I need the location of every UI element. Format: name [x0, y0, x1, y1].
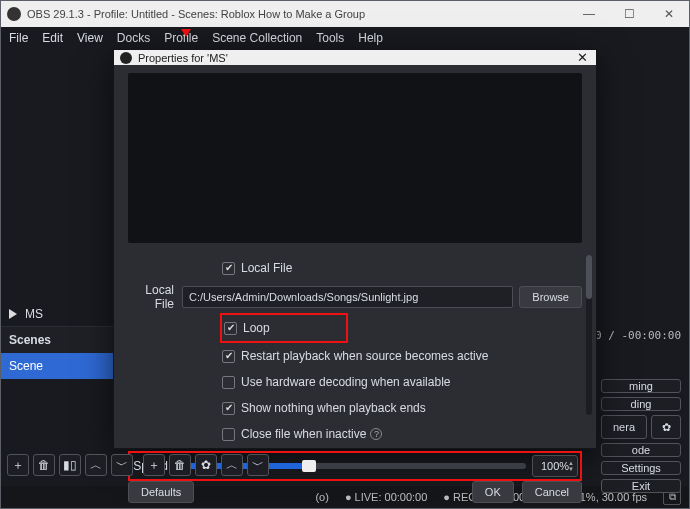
titlebar: OBS 29.1.3 - Profile: Untitled - Scenes:…: [1, 1, 689, 27]
local-file-checkbox[interactable]: [222, 262, 235, 275]
dialog-title: Properties for 'MS': [138, 52, 568, 64]
show-nothing-checkbox[interactable]: [222, 402, 235, 415]
defaults-button[interactable]: Defaults: [128, 481, 194, 503]
restart-playback-checkbox[interactable]: [222, 350, 235, 363]
scene-item-active[interactable]: Scene: [1, 353, 119, 379]
loop-checkbox-label: Loop: [243, 321, 270, 335]
menu-tools[interactable]: Tools: [316, 31, 344, 45]
show-nothing-label: Show nothing when playback ends: [241, 401, 426, 415]
sources-remove-button[interactable]: 🗑: [169, 454, 191, 476]
right-button-nera[interactable]: nera: [601, 415, 647, 439]
local-file-checkbox-label: Local File: [241, 261, 292, 275]
window-minimize-button[interactable]: —: [569, 1, 609, 27]
content-area: MS Scenes Scene 00:00:00 / -00:00:00 min…: [1, 49, 689, 486]
window-close-button[interactable]: ✕: [649, 1, 689, 27]
restart-playback-label: Restart playback when source becomes act…: [241, 349, 488, 363]
close-inactive-label: Close file when inactive: [241, 427, 366, 441]
local-file-path-input[interactable]: [182, 286, 513, 308]
settings-button[interactable]: Settings: [601, 461, 681, 475]
menu-docks[interactable]: Docks: [117, 31, 150, 45]
source-preview-name: MS: [25, 307, 43, 321]
menubar: File Edit View Docks Profile Scene Colle…: [1, 27, 689, 49]
speed-value-spinner[interactable]: 100% ▲▼: [532, 455, 578, 477]
speed-value: 100%: [541, 460, 569, 472]
scenes-panel-header: Scenes: [1, 327, 119, 353]
ok-button[interactable]: OK: [472, 481, 514, 503]
window-title: OBS 29.1.3 - Profile: Untitled - Scenes:…: [27, 8, 569, 20]
cancel-button[interactable]: Cancel: [522, 481, 582, 503]
menu-file[interactable]: File: [9, 31, 28, 45]
close-inactive-checkbox[interactable]: [222, 428, 235, 441]
menu-help[interactable]: Help: [358, 31, 383, 45]
right-button-ming[interactable]: ming: [601, 379, 681, 393]
app-logo-icon: [7, 7, 21, 21]
sources-properties-button[interactable]: ✿: [195, 454, 217, 476]
source-preview-row[interactable]: MS: [1, 301, 119, 327]
sources-up-button[interactable]: ︿: [221, 454, 243, 476]
scenes-down-button[interactable]: ﹀: [111, 454, 133, 476]
exit-button[interactable]: Exit: [601, 479, 681, 493]
sources-down-button[interactable]: ﹀: [247, 454, 269, 476]
menu-scene-collection[interactable]: Scene Collection: [212, 31, 302, 45]
sources-add-button[interactable]: ＋: [143, 454, 165, 476]
right-button-ding[interactable]: ding: [601, 397, 681, 411]
properties-dialog: Properties for 'MS' ✕ Local File Local F…: [113, 49, 597, 449]
scenes-remove-button[interactable]: 🗑: [33, 454, 55, 476]
dialog-logo-icon: [120, 52, 132, 64]
speed-slider-thumb[interactable]: [302, 460, 316, 472]
right-button-gear[interactable]: ✿: [651, 415, 681, 439]
menu-edit[interactable]: Edit: [42, 31, 63, 45]
hardware-decoding-label: Use hardware decoding when available: [241, 375, 450, 389]
scenes-add-button[interactable]: ＋: [7, 454, 29, 476]
browse-button[interactable]: Browse: [519, 286, 582, 308]
media-preview-area: [128, 73, 582, 243]
dialog-scrollbar[interactable]: [586, 255, 592, 415]
loop-checkbox[interactable]: [224, 322, 237, 335]
scenes-up-button[interactable]: ︿: [85, 454, 107, 476]
scenes-filter-button[interactable]: ▮▯: [59, 454, 81, 476]
play-icon: [9, 309, 17, 319]
window-maximize-button[interactable]: ☐: [609, 1, 649, 27]
dialog-scrollbar-thumb[interactable]: [586, 255, 592, 299]
right-button-ode[interactable]: ode: [601, 443, 681, 457]
local-file-field-label: Local File: [128, 283, 182, 311]
dialog-close-button[interactable]: ✕: [568, 50, 596, 65]
hardware-decoding-checkbox[interactable]: [222, 376, 235, 389]
help-icon[interactable]: ?: [370, 428, 382, 440]
dialog-titlebar: Properties for 'MS' ✕: [114, 50, 596, 65]
menu-view[interactable]: View: [77, 31, 103, 45]
